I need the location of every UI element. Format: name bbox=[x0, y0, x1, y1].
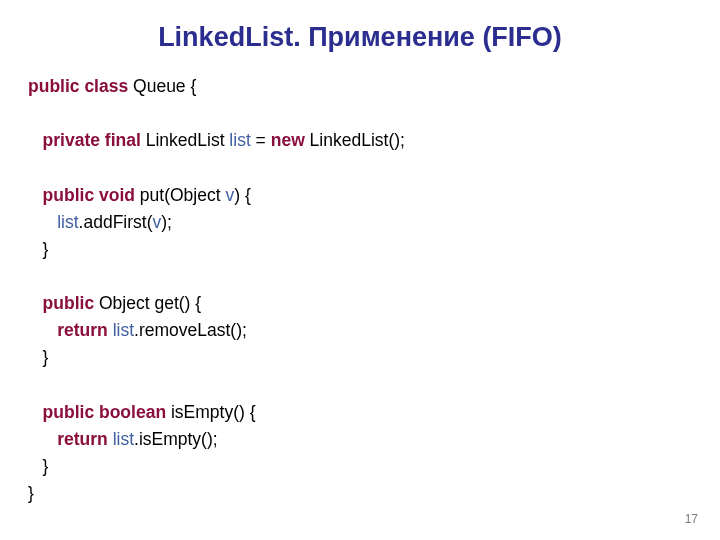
page-number: 17 bbox=[685, 512, 698, 526]
keyword: private final bbox=[43, 130, 141, 150]
code-text: } bbox=[43, 239, 49, 259]
code-line: return list.removeLast(); bbox=[28, 317, 720, 344]
code-line bbox=[28, 263, 720, 290]
keyword: public bbox=[43, 293, 95, 313]
code-text: } bbox=[28, 483, 34, 503]
code-line: } bbox=[28, 453, 720, 480]
identifier: v bbox=[152, 212, 161, 232]
identifier: list bbox=[57, 212, 78, 232]
keyword: return bbox=[57, 320, 108, 340]
keyword: public void bbox=[43, 185, 135, 205]
code-line: public boolean isEmpty() { bbox=[28, 399, 720, 426]
code-line: } bbox=[28, 480, 720, 507]
code-line: list.addFirst(v); bbox=[28, 209, 720, 236]
identifier: list bbox=[113, 429, 134, 449]
code-text: .removeLast(); bbox=[134, 320, 247, 340]
code-text: } bbox=[43, 347, 49, 367]
code-text: .addFirst( bbox=[79, 212, 153, 232]
code-line: public class Queue { bbox=[28, 73, 720, 100]
code-line bbox=[28, 154, 720, 181]
code-text: ); bbox=[161, 212, 172, 232]
code-line: public void put(Object v) { bbox=[28, 182, 720, 209]
code-line bbox=[28, 371, 720, 398]
code-text: = bbox=[251, 130, 271, 150]
keyword: public boolean bbox=[43, 402, 166, 422]
keyword: public class bbox=[28, 76, 128, 96]
code-line: private final LinkedList list = new Link… bbox=[28, 127, 720, 154]
keyword: new bbox=[271, 130, 305, 150]
code-line: } bbox=[28, 236, 720, 263]
keyword: return bbox=[57, 429, 108, 449]
code-line bbox=[28, 100, 720, 127]
code-text: ) { bbox=[234, 185, 251, 205]
code-block: public class Queue { private final Linke… bbox=[0, 73, 720, 507]
code-line: public Object get() { bbox=[28, 290, 720, 317]
code-text: Queue { bbox=[128, 76, 196, 96]
identifier: list bbox=[229, 130, 250, 150]
code-line: return list.isEmpty(); bbox=[28, 426, 720, 453]
code-text: LinkedList bbox=[141, 130, 230, 150]
identifier: v bbox=[225, 185, 234, 205]
code-text: Object get() { bbox=[94, 293, 201, 313]
code-text: isEmpty() { bbox=[166, 402, 255, 422]
code-text: .isEmpty(); bbox=[134, 429, 218, 449]
identifier: list bbox=[113, 320, 134, 340]
code-text: LinkedList(); bbox=[305, 130, 405, 150]
code-text: put(Object bbox=[135, 185, 225, 205]
code-text: } bbox=[43, 456, 49, 476]
code-line: } bbox=[28, 344, 720, 371]
slide-title: LinkedList. Применение (FIFO) bbox=[0, 0, 720, 73]
